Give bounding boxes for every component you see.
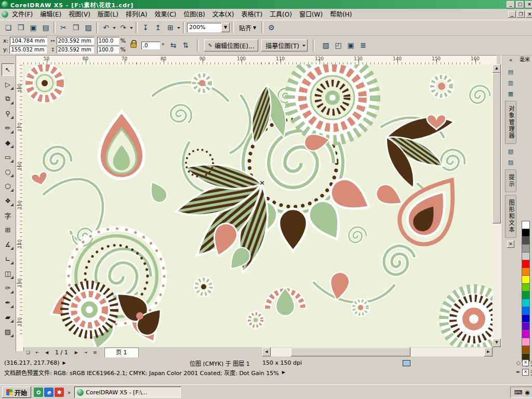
menu-item[interactable]: 视图(V)	[65, 9, 94, 20]
menu-item[interactable]: 工具(O)	[266, 9, 296, 20]
cut-icon[interactable]: ✂	[58, 22, 69, 33]
collapse-dockers-icon[interactable]: «	[503, 56, 518, 64]
docker-icon[interactable]: ▥	[506, 78, 516, 87]
docker-tab-object-manager[interactable]: 对象管理器	[505, 101, 516, 144]
menu-item[interactable]: 位图(B)	[180, 9, 209, 20]
page-settings-icon[interactable]: ❏	[24, 348, 32, 356]
copy-icon[interactable]: ❐	[70, 22, 82, 33]
edit-bitmap-button[interactable]: ✎ 编辑位图(E)...	[204, 39, 259, 51]
docker-icon[interactable]: ▤	[506, 67, 516, 76]
y-position-field[interactable]: 155.032 mm	[9, 46, 47, 54]
scroll-down-icon[interactable]: ▼	[493, 339, 501, 347]
zoom-tool[interactable]: ⚲	[2, 107, 14, 119]
menu-item[interactable]: 效果(C)	[151, 9, 180, 20]
color-swatch[interactable]	[522, 291, 530, 299]
docker-icon[interactable]: ▨	[506, 157, 516, 167]
tray-volume-icon[interactable]: ◉	[525, 389, 530, 396]
resample-bitmap-icon[interactable]: ▧	[320, 39, 331, 51]
object-width-field[interactable]: 203.592 mm	[57, 37, 94, 45]
menu-item[interactable]: 文本(X)	[209, 9, 238, 20]
options-icon[interactable]: ⚙	[265, 22, 277, 33]
docker-tab-graphic-text[interactable]: 图形和文本	[505, 195, 516, 238]
shape-tool[interactable]: ▷	[2, 78, 14, 90]
scroll-right-icon[interactable]: ▶	[484, 348, 493, 356]
freehand-tool[interactable]: ✏	[2, 122, 14, 134]
x-position-field[interactable]: 104.784 mm	[10, 37, 47, 45]
menu-item[interactable]: 表格(T)	[237, 9, 266, 20]
redo-icon[interactable]: ↷	[117, 22, 134, 33]
menu-item[interactable]: 排列(A)	[122, 9, 151, 20]
status-flyout-icon[interactable]: ▶	[63, 361, 66, 365]
color-swatch[interactable]	[522, 268, 530, 276]
start-button[interactable]: 开始	[2, 387, 31, 398]
quick-launch-overflow-icon[interactable]: »	[66, 390, 72, 395]
trace-bitmap-button[interactable]: 描摹位图(T)	[261, 39, 308, 51]
color-swatch[interactable]	[522, 330, 530, 338]
horizontal-scrollbar[interactable]: ◀ ▶	[262, 348, 493, 356]
quick-launch-ie-icon[interactable]: e	[44, 388, 54, 397]
interactive-fill-tool[interactable]: ▨	[2, 325, 14, 338]
scroll-left-icon[interactable]: ◀	[262, 348, 271, 356]
color-swatch[interactable]	[522, 252, 530, 260]
color-swatch[interactable]	[522, 229, 530, 237]
docker-icon[interactable]: ▧	[506, 147, 516, 156]
import-icon[interactable]: ↧	[140, 22, 151, 33]
taskbar-task-button[interactable]: CorelDRAW X5 - [F:\...	[74, 387, 181, 398]
doc-minimize-button[interactable]: _	[508, 11, 516, 18]
outline-none-indicator[interactable]: ×	[522, 369, 529, 376]
last-page-icon[interactable]: ⇥	[82, 348, 90, 356]
color-swatch[interactable]	[522, 283, 530, 291]
table-tool[interactable]: ⊞	[2, 223, 14, 236]
docker-icon[interactable]: ▦	[506, 89, 516, 98]
undo-icon[interactable]: ↶	[100, 22, 116, 33]
basic-shapes-tool[interactable]: ❖	[2, 194, 14, 207]
horizontal-ruler[interactable]: 5060708090100110120130140150160	[23, 55, 497, 65]
vertical-scrollbar[interactable]: ▲ ▼	[493, 64, 501, 347]
outline-pen-tool[interactable]: ✒	[2, 296, 14, 309]
color-swatch[interactable]	[522, 236, 530, 245]
bitmap-mode-icon[interactable]: ◰	[332, 39, 344, 51]
print-icon[interactable]: ▤	[40, 22, 51, 33]
fill-tool[interactable]: ▰	[2, 311, 14, 323]
text-tool[interactable]: 字	[2, 209, 14, 221]
quick-launch-coreldraw-icon[interactable]: ✿	[34, 388, 43, 397]
horizontal-scroll-thumb[interactable]	[291, 348, 410, 356]
drawing-canvas[interactable]: ×	[23, 64, 493, 347]
new-document-icon[interactable]: ❏	[3, 22, 14, 33]
doc-close-button[interactable]: ×	[526, 11, 532, 18]
color-swatch[interactable]	[522, 345, 530, 354]
eyedropper-tool[interactable]: ✑	[2, 282, 14, 294]
color-proof-icon[interactable]	[403, 360, 410, 366]
first-page-icon[interactable]: ⇤	[33, 348, 42, 356]
color-swatch[interactable]	[522, 221, 530, 229]
close-button[interactable]: ×	[525, 1, 532, 8]
doc-restore-button[interactable]: ❐	[517, 11, 525, 18]
add-page-icon[interactable]: ⊞	[91, 348, 99, 356]
export-icon[interactable]: ↥	[152, 22, 164, 33]
menu-item[interactable]: 版面(L)	[94, 9, 122, 20]
app-launcher-icon[interactable]: ⊞	[165, 22, 181, 33]
minimize-button[interactable]: _	[507, 1, 515, 8]
quick-launch-media-icon[interactable]: ✱	[55, 388, 64, 397]
color-swatch[interactable]	[522, 322, 530, 330]
color-swatch[interactable]	[522, 338, 530, 346]
save-icon[interactable]: ▣	[28, 22, 39, 33]
docker-tab-hints[interactable]: 提示	[505, 169, 516, 192]
maximize-button[interactable]: □	[516, 1, 524, 8]
color-swatch[interactable]	[522, 244, 530, 252]
scale-x-field[interactable]: 100.0	[97, 37, 119, 45]
page-tab[interactable]: 页 1	[104, 348, 139, 357]
menu-item[interactable]: 窗口(W)	[296, 9, 326, 20]
scroll-up-icon[interactable]: ▲	[493, 64, 501, 73]
mirror-horizontal-icon[interactable]: ⇆	[168, 39, 179, 51]
zoom-level-value[interactable]: 200%	[187, 23, 221, 32]
zoom-combobox[interactable]: 200% ▼	[187, 23, 230, 32]
snap-to-button[interactable]: 贴齐 ▼	[236, 22, 259, 33]
color-swatch[interactable]	[522, 307, 530, 315]
crop-tool[interactable]: ⧉	[2, 92, 14, 105]
next-page-icon[interactable]: ▶	[72, 348, 81, 356]
menu-item[interactable]: 帮助(H)	[326, 9, 355, 20]
zoom-dropdown-icon[interactable]: ▼	[221, 23, 230, 32]
fill-none-indicator[interactable]: ×	[522, 360, 529, 366]
docker-close-icon[interactable]: ×	[507, 241, 514, 248]
